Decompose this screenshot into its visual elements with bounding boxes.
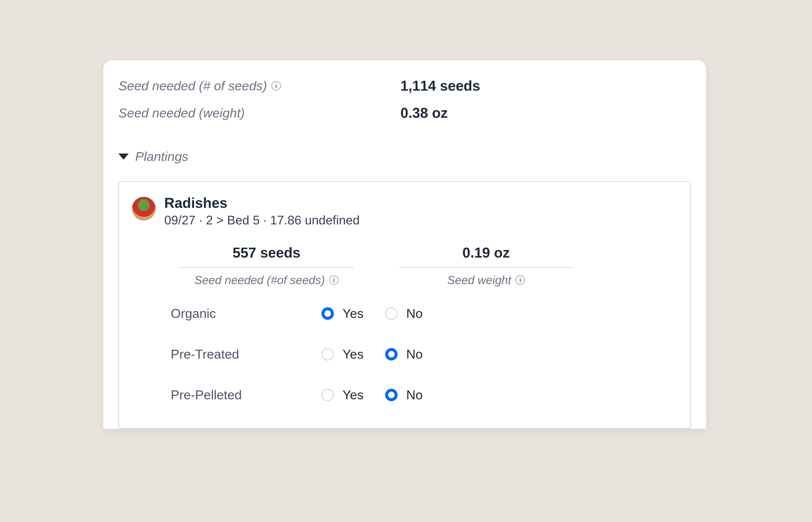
radio-no[interactable]: [385, 348, 398, 361]
radio-no-group: No: [385, 306, 423, 321]
radio-yes[interactable]: [321, 389, 334, 401]
planting-header: Radishes 09/27 · 2 > Bed 5 · 17.86 undef…: [132, 195, 678, 227]
planting-name: Radishes: [164, 195, 360, 211]
option-row-pretreated: Pre-Treated Yes No: [132, 347, 678, 362]
seed-weight-value: 0.38 oz: [400, 105, 448, 121]
radio-yes[interactable]: [321, 348, 334, 361]
chevron-down-icon: [119, 154, 129, 160]
seed-summary-card: Seed needed (# of seeds) i 1,114 seeds S…: [103, 60, 706, 429]
summary-row-weight: Seed needed (weight) 0.38 oz: [119, 105, 691, 121]
radio-no-label: No: [406, 347, 423, 362]
radio-no-group: No: [385, 347, 423, 362]
stat-seeds-value: 557 seeds: [232, 244, 300, 267]
option-row-prepelleted: Pre-Pelleted Yes No: [132, 387, 678, 402]
info-icon[interactable]: i: [329, 275, 339, 285]
plantings-title: Plantings: [135, 149, 188, 164]
plantings-header[interactable]: Plantings: [119, 149, 691, 164]
radio-yes-group: Yes: [321, 306, 363, 321]
planting-stats: 557 seeds Seed needed (#of seeds) i 0.19…: [132, 244, 678, 287]
radio-yes-label: Yes: [342, 306, 363, 321]
radio-yes-group: Yes: [321, 387, 363, 402]
seed-weight-label: Seed needed (weight): [119, 105, 245, 120]
option-label: Pre-Treated: [171, 347, 321, 362]
option-label: Pre-Pelleted: [171, 387, 321, 402]
crop-avatar: [132, 197, 155, 221]
radio-yes-label: Yes: [342, 387, 363, 402]
stat-weight-value: 0.19 oz: [462, 244, 510, 267]
seed-count-value: 1,114 seeds: [400, 78, 480, 94]
planting-card: Radishes 09/27 · 2 > Bed 5 · 17.86 undef…: [119, 181, 691, 429]
radio-no-label: No: [406, 387, 423, 402]
stat-weight-label: Seed weight: [447, 273, 511, 287]
radio-no[interactable]: [385, 389, 398, 401]
radio-yes[interactable]: [321, 307, 334, 320]
radio-no-label: No: [406, 306, 423, 321]
summary-row-seeds: Seed needed (# of seeds) i 1,114 seeds: [119, 78, 691, 94]
radio-no[interactable]: [385, 307, 398, 320]
radio-no-group: No: [385, 387, 423, 402]
stat-seeds: 557 seeds Seed needed (#of seeds) i: [179, 244, 354, 287]
radio-yes-label: Yes: [342, 347, 363, 362]
stat-seeds-label: Seed needed (#of seeds): [194, 273, 325, 287]
summary-label-seeds: Seed needed (# of seeds) i: [119, 78, 400, 93]
info-icon[interactable]: i: [271, 81, 281, 91]
seed-count-label: Seed needed (# of seeds): [119, 78, 267, 93]
planting-subline: 09/27 · 2 > Bed 5 · 17.86 undefined: [164, 213, 360, 227]
option-row-organic: Organic Yes No: [132, 306, 678, 321]
option-label: Organic: [171, 306, 321, 321]
summary-label-weight: Seed needed (weight): [119, 105, 400, 120]
radio-yes-group: Yes: [321, 347, 363, 362]
stat-weight: 0.19 oz Seed weight i: [399, 244, 573, 287]
info-icon[interactable]: i: [516, 275, 525, 285]
